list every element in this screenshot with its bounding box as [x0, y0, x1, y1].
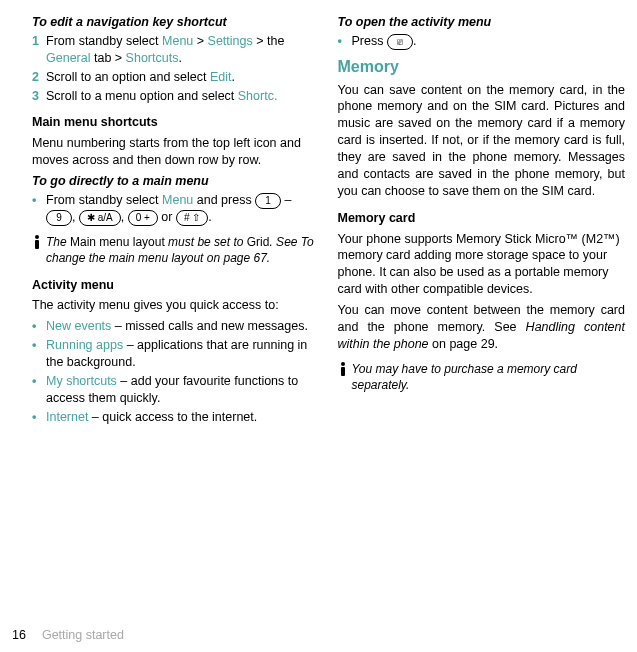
page-footer: 16Getting started — [12, 627, 124, 644]
step-body: From standby select Menu > Settings > th… — [46, 33, 320, 67]
link-menu: Menu — [162, 34, 193, 48]
text: and press — [193, 193, 255, 207]
text: – missed calls and new messages. — [111, 319, 308, 333]
text: . — [178, 51, 181, 65]
text: must be set to — [165, 235, 247, 249]
para-main-menu-shortcuts: Menu numbering starts from the top left … — [32, 135, 320, 169]
text: Scroll to a menu option and select — [46, 89, 238, 103]
info-icon — [338, 362, 352, 376]
step-body: Press ⎚. — [352, 33, 626, 50]
step-number: 1 — [32, 33, 46, 67]
heading-go-directly: To go directly to a main menu — [32, 173, 320, 190]
step-number: 3 — [32, 88, 46, 105]
link-shortc: Shortc. — [238, 89, 278, 103]
para-memory-card-1: Your phone supports Memory Stick Micro™ … — [338, 231, 626, 299]
link-edit: Edit — [210, 70, 232, 84]
text: , — [121, 210, 128, 224]
link-settings: Settings — [208, 34, 253, 48]
key-0-icon: 0 + — [128, 210, 158, 226]
list-item: • New events – missed calls and new mess… — [32, 318, 320, 335]
text: on page 29. — [429, 337, 499, 351]
note-text: You may have to purchase a memory card s… — [352, 361, 626, 393]
bullet-body: My shortcuts – add your favourite functi… — [46, 373, 320, 407]
bullet-body: New events – missed calls and new messag… — [46, 318, 320, 335]
bullet-icon: • — [338, 33, 352, 50]
heading-main-menu-shortcuts: Main menu shortcuts — [32, 114, 320, 131]
text: tab > — [90, 51, 125, 65]
text: – — [281, 193, 291, 207]
svg-point-0 — [35, 235, 39, 239]
step-2: 2 Scroll to an option and select Edit. — [32, 69, 320, 86]
link-menu: Menu — [162, 193, 193, 207]
svg-rect-1 — [35, 240, 39, 249]
text: > — [193, 34, 207, 48]
text: . — [413, 34, 416, 48]
text: > the — [253, 34, 285, 48]
step-body: Scroll to an option and select Edit. — [46, 69, 320, 86]
step-number: 2 — [32, 69, 46, 86]
info-icon — [32, 235, 46, 249]
note-purchase-memory-card: You may have to purchase a memory card s… — [338, 361, 626, 393]
heading-activity-menu: Activity menu — [32, 277, 320, 294]
open-activity-step: • Press ⎚. — [338, 33, 626, 50]
label-my-shortcuts: My shortcuts — [46, 374, 117, 388]
list-item: • Running apps – applications that are r… — [32, 337, 320, 371]
svg-rect-3 — [341, 367, 345, 376]
text: – quick access to the internet. — [88, 410, 257, 424]
page-number: 16 — [12, 628, 26, 642]
heading-open-activity-menu: To open the activity menu — [338, 14, 626, 31]
svg-point-2 — [341, 362, 345, 366]
label-running-apps: Running apps — [46, 338, 123, 352]
para-memory-card-2: You can move content between the memory … — [338, 302, 626, 353]
key-star-icon: ✱ a/A — [79, 210, 121, 226]
text: From standby select — [46, 34, 162, 48]
key-activity-icon: ⎚ — [387, 34, 413, 50]
bullet-icon: • — [32, 337, 46, 371]
label-new-events: New events — [46, 319, 111, 333]
link-general: General — [46, 51, 90, 65]
step-1: 1 From standby select Menu > Settings > … — [32, 33, 320, 67]
bullet-body: Internet – quick access to the internet. — [46, 409, 320, 426]
left-column: To edit a navigation key shortcut 1 From… — [32, 10, 320, 428]
section-name: Getting started — [42, 628, 124, 642]
key-hash-icon: # ⇧ — [176, 210, 208, 226]
bullet-icon: • — [32, 318, 46, 335]
step-body: From standby select Menu and press 1 – 9… — [46, 192, 320, 226]
text: From standby select — [46, 193, 162, 207]
bullet-icon: • — [32, 409, 46, 426]
text: . — [208, 210, 211, 224]
bullet-icon: • — [32, 373, 46, 407]
link-shortcuts: Shortcuts — [126, 51, 179, 65]
go-direct-step: • From standby select Menu and press 1 –… — [32, 192, 320, 226]
note-main-menu-layout: The Main menu layout must be set to Grid… — [32, 234, 320, 266]
heading-memory-card: Memory card — [338, 210, 626, 227]
list-item: • My shortcuts – add your favourite func… — [32, 373, 320, 407]
text: Press — [352, 34, 387, 48]
heading-edit-nav-shortcut: To edit a navigation key shortcut — [32, 14, 320, 31]
note-text: The Main menu layout must be set to Grid… — [46, 234, 320, 266]
para-memory: You can save content on the memory card,… — [338, 82, 626, 200]
step-body: Scroll to a menu option and select Short… — [46, 88, 320, 105]
page-body: To edit a navigation key shortcut 1 From… — [0, 0, 637, 428]
label-internet: Internet — [46, 410, 88, 424]
key-9-icon: 9 — [46, 210, 72, 226]
text: Main menu layout — [70, 235, 165, 249]
bullet-icon: • — [32, 192, 46, 226]
step-3: 3 Scroll to a menu option and select Sho… — [32, 88, 320, 105]
para-activity-menu: The activity menu gives you quick access… — [32, 297, 320, 314]
text: Scroll to an option and select — [46, 70, 210, 84]
text: . — [232, 70, 235, 84]
text: or — [158, 210, 176, 224]
key-1-icon: 1 — [255, 193, 281, 209]
heading-memory: Memory — [338, 56, 626, 78]
text: Grid — [247, 235, 270, 249]
bullet-body: Running apps – applications that are run… — [46, 337, 320, 371]
text: The — [46, 235, 70, 249]
right-column: To open the activity menu • Press ⎚. Mem… — [338, 10, 626, 428]
text: , — [72, 210, 79, 224]
list-item: • Internet – quick access to the interne… — [32, 409, 320, 426]
activity-bullets: • New events – missed calls and new mess… — [32, 318, 320, 425]
